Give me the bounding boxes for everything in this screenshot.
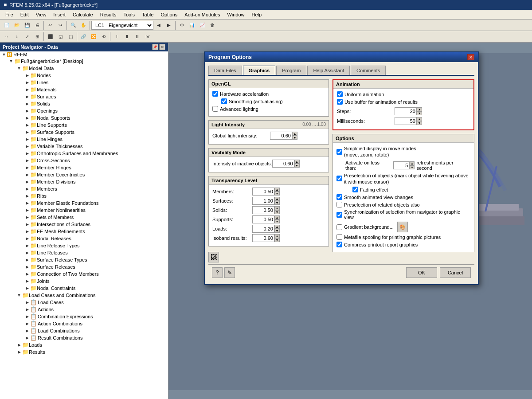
tree-item-mem-elastic[interactable]: ▶ 📁 Member Elastic Foundations [0, 200, 168, 207]
tree-toggle-joints[interactable]: ▶ [24, 279, 30, 283]
tree-item-mem-nonlin[interactable]: ▶ 📁 Member Nonlinearities [0, 207, 168, 214]
tree-item-member-ecc[interactable]: ▶ 📁 Member Eccentricities [0, 171, 168, 178]
menu-table[interactable]: Table [138, 11, 157, 18]
tree-item-conn-two[interactable]: ▶ 📁 Connection of Two Members [0, 270, 168, 278]
redo-btn[interactable]: ↪ [55, 20, 65, 30]
tab-data-files[interactable]: Data Files [208, 66, 242, 75]
transp-isoband-input[interactable] [252, 234, 274, 242]
tree-toggle-nodal-rel[interactable]: ▶ [24, 236, 30, 241]
transp-isoband-up[interactable]: ▲ [274, 234, 280, 238]
tree-item-joints[interactable]: ▶ 📁 Joints [0, 278, 168, 285]
steps-down[interactable]: ▼ [417, 111, 422, 115]
t2-btn8[interactable]: 🔗 [78, 32, 88, 42]
tree-toggle-comb-expr[interactable]: ▶ [24, 314, 30, 319]
tree-item-nodal-releases[interactable]: ▶ 📁 Nodal Releases [0, 235, 168, 242]
menu-calculate[interactable]: Calculate [69, 11, 97, 18]
inactive-down[interactable]: ▼ [294, 164, 300, 168]
sidebar-scroll[interactable]: ▼ R RFEM ▼ 📁 Fußgängerbrücke* [Desktop] … [0, 51, 168, 399]
tree-toggle-surf-rel[interactable]: ▶ [24, 265, 30, 269]
tree-item-materials[interactable]: ▶ 📁 Materials [0, 86, 168, 93]
tree-item-load-cases-sub[interactable]: ▶ 📋 Load Cases [0, 299, 168, 306]
tree-toggle-actions[interactable]: ▶ [24, 307, 30, 312]
tree-toggle-sets[interactable]: ▶ [24, 215, 30, 219]
tree-item-var-thick[interactable]: ▶ 📁 Variable Thicknesses [0, 143, 168, 150]
simplified-checkbox[interactable] [336, 149, 342, 155]
tree-toggle-mem-nonlin[interactable]: ▶ [24, 208, 30, 212]
tree-toggle-load-comb[interactable]: ▶ [24, 329, 30, 333]
tree-item-nodes[interactable]: ▶ 📁 Nodes [0, 72, 168, 79]
tree-item-surface-supports[interactable]: ▶ 📁 Surface Supports [0, 129, 168, 136]
menu-edit[interactable]: Edit [17, 11, 32, 18]
tree-toggle-load-cases[interactable]: ▼ [16, 293, 22, 297]
transp-supports-up[interactable]: ▲ [274, 215, 280, 219]
tree-item-nodal-supports[interactable]: ▶ 📁 Nodal Supports [0, 114, 168, 121]
tree-toggle-members[interactable]: ▶ [24, 187, 30, 191]
tree-toggle-surf-rel-types[interactable]: ▶ [24, 258, 30, 262]
tree-toggle-ribs[interactable]: ▶ [24, 194, 30, 198]
cancel-button[interactable]: Cancel [440, 267, 471, 278]
tree-toggle-action-comb[interactable]: ▶ [24, 321, 30, 326]
nav-prev-btn[interactable]: ◀ [154, 20, 164, 30]
tree-toggle-intersections[interactable]: ▶ [24, 222, 30, 227]
steps-up[interactable]: ▲ [417, 107, 422, 111]
tree-item-sets-members[interactable]: ▶ 📁 Sets of Members [0, 214, 168, 221]
t2-btn11[interactable]: Ⅰ [112, 32, 121, 42]
hardware-accel-checkbox[interactable] [212, 91, 218, 97]
preselection-checkbox[interactable] [336, 176, 342, 181]
tree-toggle-model[interactable]: ▼ [16, 66, 22, 70]
menu-results[interactable]: Results [97, 11, 120, 18]
t2-btn4[interactable]: ⊞ [32, 32, 42, 42]
save-btn[interactable]: 💾 [22, 20, 32, 30]
tree-item-line-rel-types[interactable]: ▶ 📁 Line Release Types [0, 242, 168, 249]
tree-toggle-cross[interactable]: ▶ [24, 158, 30, 163]
global-light-up[interactable]: ▲ [292, 132, 297, 136]
transp-members-down[interactable]: ▼ [274, 192, 280, 196]
global-light-down[interactable]: ▼ [292, 136, 297, 140]
menu-help[interactable]: Help [248, 11, 266, 18]
t2-btn10[interactable]: ⟲ [99, 32, 109, 42]
tree-item-solids[interactable]: ▶ 📁 Solids [0, 100, 168, 107]
t2-btn12[interactable]: Ⅱ [122, 32, 132, 42]
tree-item-intersections[interactable]: ▶ 📁 Intersections of Surfaces [0, 221, 168, 228]
zoom-btn[interactable]: 🔍 [68, 20, 78, 30]
transp-supports-down[interactable]: ▼ [274, 219, 280, 223]
tree-item-ortho[interactable]: ▶ 📁 Orthotropic Surfaces and Membranes [0, 150, 168, 157]
presel-related-checkbox[interactable] [336, 202, 342, 207]
inactive-up[interactable]: ▲ [294, 160, 300, 164]
tree-toggle-fe-mesh[interactable]: ▶ [24, 229, 30, 234]
gradient-checkbox[interactable] [336, 224, 342, 230]
t2-btn3[interactable]: ⤢ [22, 32, 32, 42]
tree-item-surf-releases[interactable]: ▶ 📁 Surface Releases [0, 263, 168, 270]
ms-down[interactable]: ▼ [417, 121, 422, 125]
tree-item-ribs[interactable]: ▶ 📁 Ribs [0, 192, 168, 200]
transp-loads-up[interactable]: ▲ [274, 225, 280, 229]
tree-toggle-rfem[interactable]: ▼ [1, 52, 7, 57]
tree-toggle-mem-hinges[interactable]: ▶ [24, 165, 30, 170]
smooth-anim-checkbox[interactable] [336, 194, 342, 200]
tree-toggle-nodes[interactable]: ▶ [24, 73, 30, 78]
tab-graphics[interactable]: Graphics [243, 66, 276, 75]
t2-btn2[interactable]: ↕ [12, 32, 22, 42]
smoothing-checkbox[interactable] [221, 98, 227, 104]
tree-toggle-mem-ecc[interactable]: ▶ [24, 172, 30, 177]
t2-btn9[interactable]: 🔀 [89, 32, 98, 42]
tree-item-lines[interactable]: ▶ 📁 Lines [0, 79, 168, 86]
sync-checkbox[interactable] [336, 212, 342, 218]
tree-toggle-solids[interactable]: ▶ [24, 102, 30, 106]
tab-comments[interactable]: Comments [351, 66, 386, 75]
new-btn[interactable]: 📄 [2, 20, 12, 30]
sidebar-close-btn[interactable]: ✕ [159, 44, 165, 50]
tree-item-members[interactable]: ▶ 📁 Members [0, 185, 168, 192]
menu-insert[interactable]: Insert [50, 11, 69, 18]
ok-button[interactable]: OK [406, 267, 437, 278]
tree-item-surf-rel-types[interactable]: ▶ 📁 Surface Release Types [0, 256, 168, 263]
tree-toggle-lines[interactable]: ▶ [24, 80, 30, 85]
transp-loads-down[interactable]: ▼ [274, 229, 280, 233]
tree-toggle-ortho[interactable]: ▶ [24, 151, 30, 156]
transp-solids-up[interactable]: ▲ [274, 206, 280, 210]
ms-input[interactable] [395, 117, 417, 125]
print-btn[interactable]: 🖨 [32, 20, 42, 30]
tree-toggle-line-sup[interactable]: ▶ [24, 123, 30, 127]
open-btn[interactable]: 📂 [12, 20, 22, 30]
t1-btn6[interactable]: 📊 [187, 20, 197, 30]
